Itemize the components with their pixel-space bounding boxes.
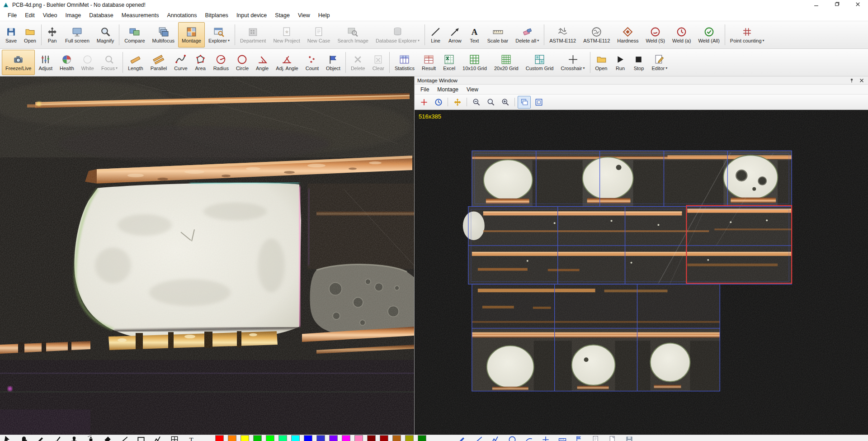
crosshair-button[interactable]: Crosshair▾ <box>557 50 588 75</box>
zoomout-tool-button[interactable] <box>470 96 483 109</box>
compare-button[interactable]: Compare <box>121 22 148 47</box>
pan-button[interactable]: Pan <box>43 22 61 47</box>
palette-swatch-12[interactable] <box>367 435 376 441</box>
flagb-tool-button[interactable] <box>575 435 584 441</box>
circle-button[interactable]: Circle <box>232 50 252 75</box>
menu-help[interactable]: Help <box>314 11 334 20</box>
minimize-button[interactable] <box>806 0 826 10</box>
linei-tool-button[interactable] <box>120 435 129 441</box>
adj-angle-button[interactable]: Adj. Angle <box>272 50 302 75</box>
explorer-button[interactable]: Explorer▾ <box>205 22 233 47</box>
menu-image[interactable]: Image <box>61 11 85 20</box>
curve-button[interactable]: Curve <box>170 50 191 75</box>
brush-tool-button[interactable] <box>53 435 62 441</box>
multifocus-button[interactable]: Multifocus <box>149 22 179 47</box>
pencilb-tool-button[interactable] <box>458 435 467 441</box>
text-button[interactable]: AText <box>465 22 484 47</box>
cascade-tool-button[interactable] <box>518 96 531 109</box>
astm-e112-button[interactable]: ASTM-E112 <box>546 22 580 47</box>
freeze-live-button[interactable]: Freeze/Live <box>2 50 35 75</box>
menu-measurements[interactable]: Measurements <box>118 11 163 20</box>
menu-database[interactable]: Database <box>85 11 118 20</box>
object-button[interactable]: Object <box>322 50 344 75</box>
menu-input-device[interactable]: Input device <box>232 11 271 20</box>
parallel-button[interactable]: Parallel <box>147 50 171 75</box>
close-button[interactable] <box>847 0 868 10</box>
radius-button[interactable]: Radius <box>210 50 232 75</box>
montage-menu-view[interactable]: View <box>462 85 482 94</box>
weld-s-button[interactable]: Weld (S) <box>642 22 669 47</box>
arcb-tool-button[interactable] <box>524 435 533 441</box>
result-button[interactable]: Result <box>418 50 439 75</box>
menu-file[interactable]: File <box>4 11 21 20</box>
spray-tool-button[interactable] <box>86 435 95 441</box>
maximize-button[interactable] <box>826 0 847 10</box>
open-button[interactable]: Open <box>20 22 40 47</box>
gridi-tool-button[interactable] <box>170 435 179 441</box>
menu-view[interactable]: View <box>294 11 314 20</box>
point-counting-button[interactable]: Point counting▾ <box>726 22 768 47</box>
palette-swatch-15[interactable] <box>405 435 414 441</box>
polyb-tool-button[interactable] <box>491 435 500 441</box>
palette-swatch-0[interactable] <box>215 435 224 441</box>
zoomlens-tool-button[interactable] <box>484 96 497 109</box>
hand-tool-button[interactable] <box>19 435 28 441</box>
area-button[interactable]: Area <box>191 50 210 75</box>
hardness-button[interactable]: Hardness <box>613 22 642 47</box>
pin-icon[interactable] <box>848 77 855 84</box>
crossb-tool-button[interactable] <box>541 435 550 441</box>
statistics-button[interactable]: Statistics <box>391 50 418 75</box>
palette-swatch-8[interactable] <box>316 435 325 441</box>
plusred-tool-button[interactable] <box>417 96 430 109</box>
texti-tool-button[interactable]: T <box>187 435 196 441</box>
fill-tool-button[interactable] <box>103 435 112 441</box>
menu-bitplanes[interactable]: Bitplanes <box>201 11 232 20</box>
menu-stage[interactable]: Stage <box>271 11 294 20</box>
close-icon[interactable] <box>858 77 865 84</box>
poly-tool-button[interactable] <box>153 435 162 441</box>
montage-canvas[interactable]: 516x385 <box>415 110 868 435</box>
recti-tool-button[interactable] <box>137 435 146 441</box>
stamp-tool-button[interactable] <box>70 435 79 441</box>
custom-grid-button[interactable]: Custom Grid <box>522 50 557 75</box>
palette-swatch-9[interactable] <box>329 435 338 441</box>
angle-button[interactable]: Angle <box>252 50 272 75</box>
palette-swatch-6[interactable] <box>291 435 300 441</box>
montage-menu-file[interactable]: File <box>416 85 433 94</box>
run-button[interactable]: Run <box>611 50 629 75</box>
20x20-grid-button[interactable]: 20x20 Grid <box>491 50 522 75</box>
doc2-tool-button[interactable] <box>608 435 617 441</box>
palette-swatch-3[interactable] <box>253 435 262 441</box>
montage-button[interactable]: Montage <box>178 22 205 47</box>
image-viewport[interactable] <box>0 76 414 435</box>
move-tool-button[interactable] <box>451 96 464 109</box>
palette-swatch-13[interactable] <box>380 435 388 441</box>
palette-swatch-14[interactable] <box>392 435 401 441</box>
full-screen-button[interactable]: Full screen <box>61 22 93 47</box>
fitwin-tool-button[interactable] <box>532 96 545 109</box>
menu-annotations[interactable]: Annotations <box>163 11 201 20</box>
editor-button[interactable]: Editor▾ <box>648 50 671 75</box>
magnify-button[interactable]: Magnify <box>93 22 118 47</box>
astm-e112-button[interactable]: ASTM-E112 <box>580 22 613 47</box>
palette-swatch-16[interactable] <box>418 435 426 441</box>
palette-swatch-4[interactable] <box>266 435 274 441</box>
montage-menu-montage[interactable]: Montage <box>433 85 462 94</box>
savesmall-tool-button[interactable] <box>625 435 634 441</box>
menu-edit[interactable]: Edit <box>21 11 39 20</box>
weld-all-button[interactable]: Weld (All) <box>694 22 723 47</box>
health-button[interactable]: Health <box>56 50 78 75</box>
adjust-button[interactable]: Adjust <box>35 50 56 75</box>
delete-all-button[interactable]: Delete all▾ <box>512 22 542 47</box>
excel-button[interactable]: Excel <box>439 50 459 75</box>
palette-swatch-1[interactable] <box>228 435 236 441</box>
line-button[interactable]: Line <box>426 22 445 47</box>
pointer-tool-button[interactable] <box>3 435 12 441</box>
zoomin-tool-button[interactable] <box>499 96 512 109</box>
stop-button[interactable]: Stop <box>629 50 648 75</box>
menu-video[interactable]: Video <box>39 11 61 20</box>
scale-bar-button[interactable]: Scale bar <box>484 22 512 47</box>
palette-swatch-10[interactable] <box>342 435 350 441</box>
arrow-button[interactable]: Arrow <box>445 22 465 47</box>
doc-tool-button[interactable] <box>591 435 600 441</box>
